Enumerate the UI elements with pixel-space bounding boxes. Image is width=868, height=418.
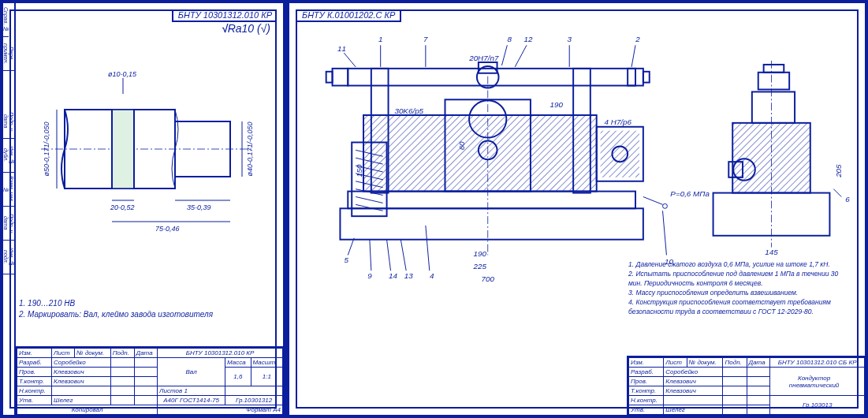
svg-line-61 [387, 240, 391, 271]
dim-150: 150 [355, 164, 363, 177]
svg-point-42 [663, 203, 668, 208]
fit-4h7: 4 H7/p6 [605, 118, 632, 126]
svg-rect-23 [363, 115, 597, 192]
hdr-podp: Подп. [110, 349, 134, 358]
group: Гр.10301312 [225, 396, 283, 405]
part-name-2: пневматический [772, 382, 855, 389]
dim-60: 60 [457, 141, 466, 150]
lbl-tcontr: Т.контр. [629, 386, 664, 396]
lbl-utv: Утв. [17, 396, 52, 405]
tech-notes-right: 1. Давление сжатого воздуха 0,6 МПа, уси… [628, 259, 849, 316]
svg-text:75-0,46: 75-0,46 [155, 225, 180, 233]
val-razrab: Соробейко [52, 358, 111, 368]
note-1: 1. 190…210 HB [19, 298, 213, 309]
val-prov: Клевзович [52, 368, 111, 377]
lbl-prov: Пров. [17, 368, 52, 377]
hdr-data: Дата [747, 358, 770, 368]
side-view: 205 145 6 [713, 61, 851, 256]
svg-text:13: 13 [404, 271, 413, 280]
lbl-utv: Утв. [629, 405, 664, 415]
scale: 1:1 [251, 368, 282, 386]
svg-text:8: 8 [508, 35, 512, 43]
svg-line-49 [501, 45, 507, 65]
dim-205: 205 [834, 164, 843, 178]
val-razrab: Соробейко [664, 368, 723, 377]
balloon-6: 6 [845, 195, 850, 203]
svg-text:20-0,52: 20-0,52 [110, 203, 135, 211]
hdr-izm: Изм. [17, 349, 52, 358]
val-ncontr [52, 386, 111, 396]
ra-paren: (√) [257, 22, 270, 35]
group: Гр.103013 [770, 396, 865, 415]
val-sheets: 1 [184, 387, 187, 394]
fit-30k6: 30K6/p5 [394, 106, 423, 115]
svg-line-55 [631, 45, 635, 67]
svg-text:11: 11 [337, 44, 346, 53]
svg-line-59 [370, 240, 371, 271]
hdr-izm: Изм. [629, 358, 664, 368]
svg-text:9: 9 [367, 271, 372, 280]
pressure-label: P=0,6 МПа [670, 189, 710, 198]
svg-text:ø50-0,171/-0,050: ø50-0,171/-0,050 [43, 121, 50, 176]
svg-text:ø40-0,171/-0,050: ø40-0,171/-0,050 [246, 121, 254, 176]
title-block: Изм. Лист № докум. Подп. Дата БНТУ 10301… [15, 346, 283, 415]
dim-190b: 190 [474, 249, 487, 258]
lbl-ncontr: Н.контр. [629, 396, 664, 405]
tech-notes: 1. 190…210 HB 2. Маркировать: Вал, клейм… [19, 298, 213, 320]
svg-rect-33 [333, 69, 348, 86]
lbl-prov: Пров. [629, 377, 664, 386]
svg-rect-72 [752, 91, 795, 122]
svg-line-78 [833, 189, 841, 197]
svg-rect-21 [348, 192, 635, 209]
svg-text:12: 12 [523, 35, 532, 43]
svg-line-57 [348, 238, 354, 256]
check-icon: √ [222, 22, 228, 35]
svg-line-65 [426, 226, 430, 271]
doc-code: БНТУ 10301312.010 КР [172, 9, 277, 22]
svg-line-51 [515, 45, 527, 67]
dim-145: 145 [765, 248, 778, 256]
part-name: Вал [158, 358, 225, 386]
svg-rect-20 [340, 208, 643, 239]
val-tcontr: Клевзович [664, 386, 723, 396]
val-ncontr [664, 396, 723, 405]
hdr-data: Дата [134, 349, 158, 358]
val-utv: Шелег [52, 396, 111, 405]
hdr-podp: Подп. [723, 358, 747, 368]
page: Справ. № Перв. примен. Подп. и дата Инв.… [0, 0, 868, 418]
lbl-razrab: Разраб. [17, 358, 52, 368]
part-name-1: Кондуктор [772, 375, 855, 382]
svg-line-41 [643, 197, 663, 205]
hdr-list: Лист [52, 349, 75, 358]
svg-text:2: 2 [635, 35, 640, 43]
footer-format: Формат А4 [158, 405, 283, 415]
svg-text:1: 1 [378, 35, 382, 43]
lbl-tcontr: Т.контр. [17, 377, 52, 386]
note-2: 2. Маркировать: Вал, клеймо завода изгот… [19, 309, 213, 320]
dim-225: 225 [473, 262, 487, 271]
footer-copy: Копировал [17, 405, 158, 415]
val-utv: Шелег [664, 405, 723, 415]
dim-700: 700 [481, 274, 494, 283]
svg-rect-37 [643, 72, 650, 83]
svg-rect-39 [601, 131, 639, 177]
lbl-ncontr: Н.контр. [17, 386, 52, 396]
note-3: 3. Массу приспособления определить взвеш… [628, 288, 849, 297]
front-view [326, 62, 668, 255]
dim-d10: ø10-0,15 [108, 70, 137, 78]
surface-finish: √Ra10 (√) [222, 22, 270, 35]
svg-text:4: 4 [430, 271, 434, 280]
lbl-sheets: Листов [159, 387, 182, 394]
ra-value: Ra10 [228, 22, 254, 35]
title-block-right: Изм. Лист № докум. Подп. Дата БНТУ 10301… [627, 356, 865, 415]
val-prov: Клевзович [664, 377, 723, 386]
svg-text:14: 14 [389, 271, 397, 280]
note-4: 4. Конструкция приспособления соответств… [628, 297, 849, 316]
svg-rect-28 [348, 69, 635, 86]
sheet-shaft: Справ. № Перв. примен. Подп. и дата Инв.… [2, 2, 285, 416]
mass: 1,6 [225, 368, 251, 386]
note-1: 1. Давление сжатого воздуха 0,6 МПа, уси… [628, 259, 849, 269]
side-cell: Справ. № [3, 3, 9, 37]
dim-190a: 190 [550, 100, 564, 109]
svg-line-67 [663, 211, 667, 255]
